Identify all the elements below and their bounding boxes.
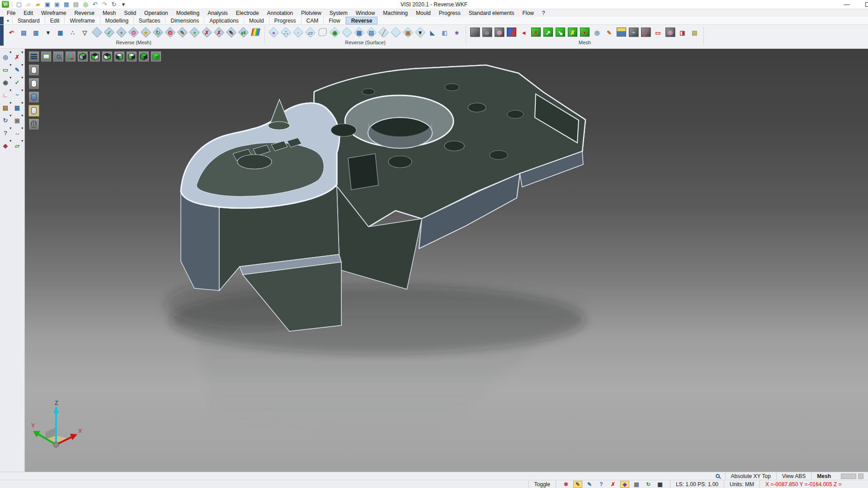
mesh-doctor-icon[interactable]: + — [115, 26, 127, 39]
menu-item[interactable]: Machining — [379, 9, 412, 17]
view-top-wire-button[interactable] — [114, 51, 125, 62]
menu-item[interactable]: Electrode — [232, 9, 263, 17]
import-cloud-icon[interactable]: ▥ — [30, 26, 42, 39]
auto-rotate-icon[interactable]: ↻ — [644, 481, 653, 488]
menu-item[interactable]: Mesh — [99, 9, 120, 17]
regen-view-icon[interactable]: ↻ — [0, 116, 10, 125]
mesh-model-3d[interactable] — [25, 49, 868, 472]
toolbar-tab[interactable]: Modelling — [100, 17, 134, 24]
menu-item[interactable]: System — [326, 9, 352, 17]
menu-item[interactable]: Reverse — [70, 9, 99, 17]
toolbar-tab[interactable]: Standard — [13, 17, 45, 24]
toolbar-tab[interactable]: Dimensions — [165, 17, 204, 24]
mesh-export-icon[interactable]: ▤ — [689, 26, 701, 39]
history-icon[interactable]: ↻ — [110, 0, 118, 8]
mesh-invert-icon[interactable]: ✗ — [566, 26, 579, 39]
viewport-menu-button[interactable] — [28, 51, 39, 62]
view-bottom-button[interactable] — [90, 51, 100, 62]
mesh-delete-all-icon[interactable]: ✗ — [213, 26, 225, 39]
redo-icon[interactable]: ↷ — [100, 0, 108, 8]
toggle-button[interactable]: Toggle — [528, 480, 556, 488]
toolbar-tab[interactable]: Progress — [269, 17, 302, 24]
surface-trim-icon[interactable]: ╱ — [377, 26, 390, 39]
zoom-scale-icon[interactable]: ◉ — [0, 78, 10, 87]
mesh-inspect-icon[interactable]: ○ — [481, 26, 493, 39]
search-cell[interactable] — [710, 472, 725, 480]
toolbar-tab[interactable]: Flow — [324, 17, 345, 24]
mesh-flip-icon[interactable]: ▼ — [579, 26, 591, 39]
mesh-compare-icon[interactable]: ◨ — [676, 26, 689, 39]
menu-item[interactable]: Standard elements — [465, 9, 519, 17]
qat-dropdown-icon[interactable]: ▾ — [119, 0, 127, 8]
create-mesh-icon[interactable] — [91, 26, 103, 39]
filter-hidden-line-button[interactable] — [28, 78, 39, 89]
filter-shaded-button[interactable] — [28, 91, 39, 103]
menu-item[interactable]: Progress — [435, 9, 465, 17]
view-left-button[interactable] — [126, 51, 137, 62]
mesh-clone-icon[interactable]: ⇄ — [237, 26, 250, 39]
filter-shaded-edges-button[interactable] — [28, 105, 39, 117]
surface-filter-icon[interactable]: ▼ — [414, 26, 426, 39]
mesh-orient-icon[interactable]: ↘ — [554, 26, 566, 39]
mesh-add-icon[interactable]: + — [189, 26, 201, 39]
menu-item[interactable]: Wireframe — [37, 9, 70, 17]
save-as-icon[interactable]: ▣ — [53, 0, 61, 8]
surface-auto-icon[interactable]: ● — [268, 26, 280, 39]
view-right-button[interactable] — [102, 51, 113, 62]
view-iso-button[interactable] — [138, 51, 149, 62]
surface-plain-icon[interactable] — [390, 26, 402, 39]
help-query-icon[interactable]: ? — [0, 128, 10, 138]
menu-item[interactable]: Modelling — [172, 9, 203, 17]
surface-net-icon[interactable]: ▤ — [365, 26, 377, 39]
shade-cube-icon[interactable]: ▣ — [12, 116, 22, 125]
mesh-frame-icon[interactable]: ▭ — [652, 26, 664, 39]
zoom-window-icon[interactable]: ▭ — [0, 65, 10, 75]
surface-detect-icon[interactable]: ∴ — [280, 26, 292, 39]
mesh-settings-icon[interactable]: ⚙ — [127, 26, 140, 39]
curve-edit-icon[interactable]: ~ — [12, 90, 22, 100]
zoom-dynamic-icon[interactable]: ◎ — [0, 52, 10, 62]
view-shaded-button[interactable] — [151, 51, 161, 62]
menu-item[interactable]: Flow — [519, 9, 538, 17]
surface-strip-icon[interactable] — [316, 26, 329, 39]
multi-view-icon[interactable]: ▦ — [656, 481, 665, 488]
menu-item[interactable]: Mould — [412, 9, 435, 17]
erase-pencil-icon[interactable]: ✗ — [12, 52, 22, 62]
mesh-pick-icon[interactable]: ◄ — [518, 26, 530, 39]
menu-item[interactable]: ? — [538, 9, 549, 17]
mesh-parameters-icon[interactable]: ⚙ — [164, 26, 176, 39]
mesh-validate-icon[interactable]: ✓ — [103, 26, 115, 39]
filter-points-icon[interactable]: ▼ — [42, 26, 54, 39]
context-help-icon[interactable]: ? — [597, 481, 606, 488]
surface-edit-icon[interactable]: ◣ — [426, 26, 439, 39]
menu-item[interactable]: Edit — [19, 9, 37, 17]
print-icon[interactable]: ▤ — [72, 0, 80, 8]
view-window-icon[interactable]: ▦ — [12, 103, 22, 113]
mesh-gear-icon[interactable]: ⚙ — [664, 26, 676, 39]
mesh-hide-icon[interactable]: ╱ — [640, 26, 652, 39]
surface-fit-icon[interactable] — [341, 26, 353, 39]
mesh-shade-icon[interactable] — [469, 26, 481, 39]
toolbar-tab[interactable]: Reverse — [346, 17, 378, 24]
menu-item[interactable]: File — [3, 9, 19, 17]
menu-item[interactable]: Analysis — [203, 9, 232, 17]
ucs-axis-icon[interactable]: ∟ — [0, 90, 10, 100]
shade-brush-icon[interactable]: ✎ — [573, 481, 582, 488]
edit-solid-icon[interactable]: ✎ — [585, 481, 594, 488]
import-mesh-icon[interactable]: ▤ — [18, 26, 30, 39]
restore-button[interactable] — [865, 2, 868, 7]
mesh-normals-icon[interactable]: ↗ — [542, 26, 554, 39]
surface-region-icon[interactable]: ▱ — [304, 26, 316, 39]
scale-status[interactable]: LS: 1.00 PS: 1.00 — [670, 480, 724, 488]
sample-points-icon[interactable]: ▽ — [79, 26, 91, 39]
toolbar-tab[interactable]: Edit — [45, 17, 65, 24]
surface-sphere-icon[interactable]: ◉ — [329, 26, 341, 39]
mesh-attributes-icon[interactable]: ✎ — [603, 26, 615, 39]
mesh-sculpt-icon[interactable]: ✎ — [225, 26, 237, 39]
menu-item[interactable]: Operation — [140, 9, 172, 17]
surface-grid-icon[interactable]: ▦ — [353, 26, 365, 39]
viewport-3d[interactable]: Z Y X — [25, 49, 868, 472]
confirm-checkbox-icon[interactable]: ✓ — [12, 78, 22, 87]
mesh-verify-icon[interactable]: ✗ — [530, 26, 542, 39]
menu-item[interactable]: Solid — [120, 9, 140, 17]
